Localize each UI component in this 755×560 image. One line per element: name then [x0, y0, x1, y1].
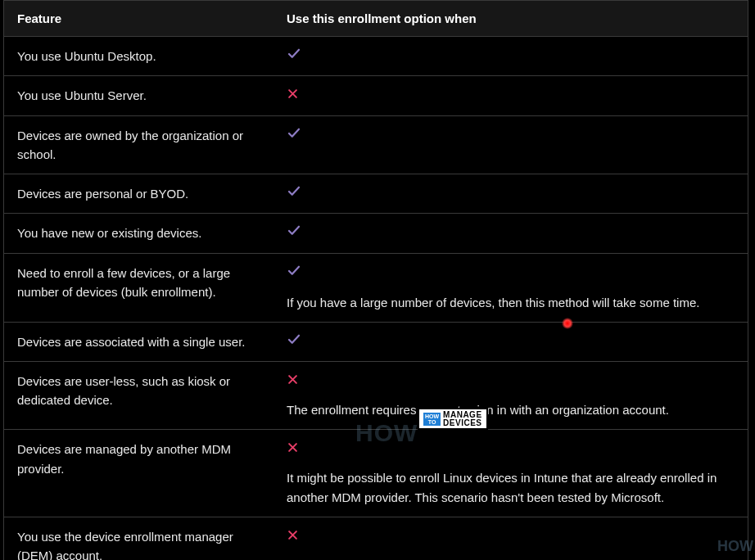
table-row: You use Ubuntu Desktop. — [3, 37, 748, 76]
table-row: Devices are managed by another MDM provi… — [3, 430, 748, 517]
header-when: Use this enrollment option when — [274, 0, 748, 37]
feature-cell: Devices are owned by the organization or… — [3, 116, 274, 175]
check-icon — [287, 224, 738, 238]
detail-text: The enrollment requires a user to sign i… — [287, 400, 738, 419]
header-feature: Feature — [3, 0, 274, 37]
feature-cell: You use Ubuntu Desktop. — [3, 37, 274, 76]
when-cell: It might be possible to enroll Linux dev… — [274, 430, 748, 517]
enrollment-options-table-container: Feature Use this enrollment option when … — [3, 0, 748, 560]
when-cell: DEM accounts don't apply to Linux. — [274, 517, 748, 560]
feature-cell: Devices are managed by another MDM provi… — [3, 430, 274, 517]
feature-text: You have new or existing devices. — [17, 226, 201, 240]
detail-text: It might be possible to enroll Linux dev… — [287, 468, 738, 507]
feature-text: You use Ubuntu Desktop. — [17, 49, 156, 63]
check-icon — [287, 332, 738, 347]
feature-cell: Devices are associated with a single use… — [3, 323, 274, 362]
check-icon — [287, 184, 738, 199]
check-icon — [287, 264, 738, 278]
when-cell — [274, 323, 748, 362]
detail-text: DEM accounts don't apply to Linux. — [287, 556, 738, 560]
feature-text: You use Ubuntu Server. — [17, 88, 147, 102]
detail-text: If you have a large number of devices, t… — [287, 293, 738, 312]
feature-text: Need to enroll a few devices, or a large… — [17, 266, 230, 299]
table-row: You use the device enrollment manager (D… — [3, 517, 748, 560]
cross-icon — [287, 88, 738, 100]
when-cell: The enrollment requires a user to sign i… — [274, 362, 748, 430]
table-row: You use Ubuntu Server. — [3, 76, 748, 115]
table-row: Devices are associated with a single use… — [3, 323, 748, 362]
table-row: Devices are user-less, such as kiosk or … — [3, 362, 748, 430]
feature-text: Devices are owned by the organization or… — [17, 129, 243, 161]
feature-text: Devices are user-less, such as kiosk or … — [17, 374, 230, 407]
check-icon — [287, 47, 738, 61]
table-row: Need to enroll a few devices, or a large… — [3, 254, 748, 323]
when-cell: If you have a large number of devices, t… — [274, 254, 748, 323]
feature-cell: Devices are user-less, such as kiosk or … — [3, 362, 274, 430]
table-row: Devices are owned by the organization or… — [3, 116, 748, 175]
when-cell — [274, 37, 748, 76]
cross-icon — [287, 529, 738, 541]
feature-cell: Devices are personal or BYOD. — [3, 174, 274, 214]
when-cell — [274, 174, 748, 214]
feature-cell: You use the device enrollment manager (D… — [3, 517, 274, 560]
table-row: You have new or existing devices. — [3, 214, 748, 253]
feature-text: Devices are personal or BYOD. — [17, 187, 188, 201]
feature-text: Devices are associated with a single use… — [17, 335, 245, 349]
when-cell — [274, 214, 748, 253]
feature-text: You use the device enrollment manager (D… — [17, 530, 233, 560]
feature-cell: You have new or existing devices. — [3, 214, 274, 253]
feature-cell: Need to enroll a few devices, or a large… — [3, 254, 274, 323]
feature-text: Devices are managed by another MDM provi… — [17, 442, 231, 475]
when-cell — [274, 116, 748, 175]
cross-icon — [287, 373, 738, 386]
cross-icon — [287, 441, 738, 454]
feature-cell: You use Ubuntu Server. — [3, 76, 274, 115]
when-cell — [274, 76, 748, 115]
check-icon — [287, 126, 738, 141]
enrollment-options-table: Feature Use this enrollment option when … — [3, 0, 748, 560]
table-row: Devices are personal or BYOD. — [3, 174, 748, 214]
